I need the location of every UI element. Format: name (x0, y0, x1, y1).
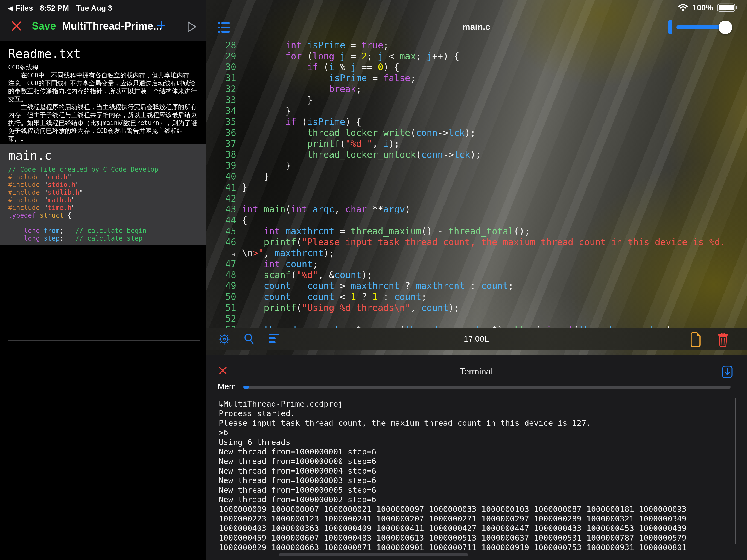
preview-code-line: #include "stdlib.h" (8, 189, 206, 196)
code-line: 39} (206, 160, 747, 171)
code-text: thread_locker_unlock(conn->lck); (236, 149, 481, 160)
sidebar-header: ◀ Files 8:52 PM Tue Aug 3 Save MultiThre… (0, 0, 206, 41)
status-bar-right: 100% (678, 3, 738, 12)
close-icon (10, 20, 23, 32)
line-number: 34 (206, 105, 236, 117)
wrap-marker: ↳ (206, 248, 236, 259)
terminal-line: Process started. (219, 409, 728, 418)
home-indicator[interactable] (279, 553, 468, 556)
terminal-panel: Terminal Mem ↳MultiThread-Prime.ccdprojP… (206, 355, 747, 560)
terminal-line: New thread from=1000000003 step=6 (219, 476, 728, 485)
code-line: 28int isPrime = true; (206, 40, 747, 51)
code-text: \n>", maxthrcnt); (236, 248, 334, 259)
terminal-line: New thread from=1000000002 step=6 (219, 495, 728, 505)
line-number: 43 (206, 204, 236, 215)
memory-progressbar (243, 385, 730, 388)
back-label: Files (15, 4, 33, 12)
new-file-button[interactable] (690, 332, 702, 348)
main-c-file-entry[interactable]: main.c // Code file created by C Code De… (0, 144, 206, 245)
preview-code-line: #include "time.h" (8, 204, 206, 212)
terminal-line: 1000000403 1000000363 1000000409 1000000… (219, 524, 728, 533)
status-date: Tue Aug 3 (76, 4, 112, 12)
line-number: 52 (206, 313, 236, 324)
code-text: } (236, 95, 312, 105)
terminal-title: Terminal (206, 366, 747, 377)
line-number: 37 (206, 138, 236, 149)
readme-file-entry[interactable]: Readme.txt CCD多线程 在CCD中，不同线程中拥有各自独立的栈内存，… (0, 41, 206, 143)
add-file-button[interactable]: + (156, 17, 166, 33)
line-number: 46 (206, 237, 236, 248)
line-number: 42 (206, 193, 236, 204)
line-number: 35 (206, 117, 236, 127)
line-number: 48 (206, 270, 236, 281)
battery-icon (717, 3, 738, 12)
preview-code-line (8, 219, 206, 227)
terminal-line: 1000000009 1000000007 1000000021 1000000… (219, 505, 728, 514)
terminal-line: Please input task thread count, the maxi… (219, 418, 728, 428)
line-number: 50 (206, 291, 236, 302)
code-line: 36thread_locker_write(conn->lck); (206, 127, 747, 138)
line-number: 30 (206, 62, 236, 73)
code-text: for (long j = 2; j < max; j++) { (236, 51, 459, 62)
code-line: 34} (206, 105, 747, 117)
code-line: 47int count; (206, 259, 747, 270)
code-line: 52 (206, 313, 747, 324)
code-line: 29for (long j = 2; j < max; j++) { (206, 51, 747, 62)
code-text: printf("%d ", i); (236, 138, 400, 149)
terminal-scrollbar[interactable] (735, 398, 736, 544)
wifi-icon (678, 4, 688, 11)
line-number: 39 (206, 160, 236, 171)
code-line: 38thread_locker_unlock(conn->lck); (206, 149, 747, 160)
code-text: int maxthrcnt = thread_maxium() - thread… (236, 226, 530, 237)
code-text: if (isPrime) { (236, 117, 361, 127)
terminal-line: ↳MultiThread-Prime.ccdproj (219, 399, 728, 409)
code-line: 41} (206, 182, 747, 193)
preview-code-line: #include "ccd.h" (8, 173, 206, 181)
code-text: break; (236, 84, 361, 95)
back-triangle-icon: ◀ (8, 5, 13, 11)
save-button[interactable]: Save (32, 20, 56, 32)
terminal-line: Using 6 threads (219, 437, 728, 447)
terminal-line: 1000000829 1000000663 1000000871 1000000… (219, 543, 728, 552)
slider-stop-handle[interactable] (668, 20, 672, 34)
readme-filename[interactable]: Readme.txt (8, 47, 198, 61)
line-number: 31 (206, 73, 236, 84)
close-project-button[interactable] (10, 20, 23, 32)
memory-label: Mem (217, 382, 236, 391)
code-line: 49count = count > maxthrcnt ? maxthrcnt … (206, 281, 747, 291)
code-line: 42 (206, 193, 747, 204)
line-number: 40 (206, 171, 236, 182)
download-icon (722, 365, 733, 378)
preview-code-line: #include "math.h" (8, 196, 206, 204)
play-icon (187, 21, 197, 33)
code-line: 31isPrime = false; (206, 73, 747, 84)
editor-topbar: main.c (206, 17, 747, 38)
readme-preview: CCD多线程 在CCD中，不同线程中拥有各自独立的栈内存，但共享堆内存。注意，C… (8, 63, 198, 143)
code-line: 35if (isPrime) { (206, 117, 747, 127)
editor-toolbar: 17.00L (206, 328, 747, 350)
editor-pane[interactable]: main.c 28int isPrime = true;29for (long … (206, 0, 747, 355)
terminal-line: New thread from=1000000000 step=6 (219, 457, 728, 466)
terminal-download-button[interactable] (722, 365, 733, 380)
slider-knob[interactable] (719, 21, 732, 34)
code-line: 45int maxthrcnt = thread_maxium() - thre… (206, 226, 747, 237)
terminal-line: 1000000459 1000000607 1000000483 1000000… (219, 533, 728, 543)
sidebar: ◀ Files 8:52 PM Tue Aug 3 Save MultiThre… (0, 0, 206, 560)
terminal-output[interactable]: ↳MultiThread-Prime.ccdprojProcess starte… (219, 399, 728, 560)
editor-code[interactable]: 28int isPrime = true;29for (long j = 2; … (206, 40, 747, 335)
delete-button[interactable] (716, 332, 729, 348)
run-button[interactable] (187, 21, 197, 33)
sidebar-divider (8, 340, 200, 341)
code-line: 44{ (206, 215, 747, 226)
main-c-filename[interactable]: main.c (0, 148, 206, 163)
document-icon (690, 332, 702, 347)
code-line: 30if (i % j == 0) { (206, 62, 747, 73)
back-to-files-button[interactable]: ◀ Files (8, 4, 33, 12)
code-line: 43int main(int argc, char **argv) (206, 204, 747, 215)
code-line: 32break; (206, 84, 747, 95)
line-number: 28 (206, 40, 236, 51)
line-number: 29 (206, 51, 236, 62)
line-number: 38 (206, 149, 236, 160)
readme-paragraph: 在CCD中，不同线程中拥有各自独立的栈内存，但共享堆内存。注意，CCD的不同线程… (8, 71, 198, 103)
code-line: 46printf("Please input task thread count… (206, 237, 747, 248)
